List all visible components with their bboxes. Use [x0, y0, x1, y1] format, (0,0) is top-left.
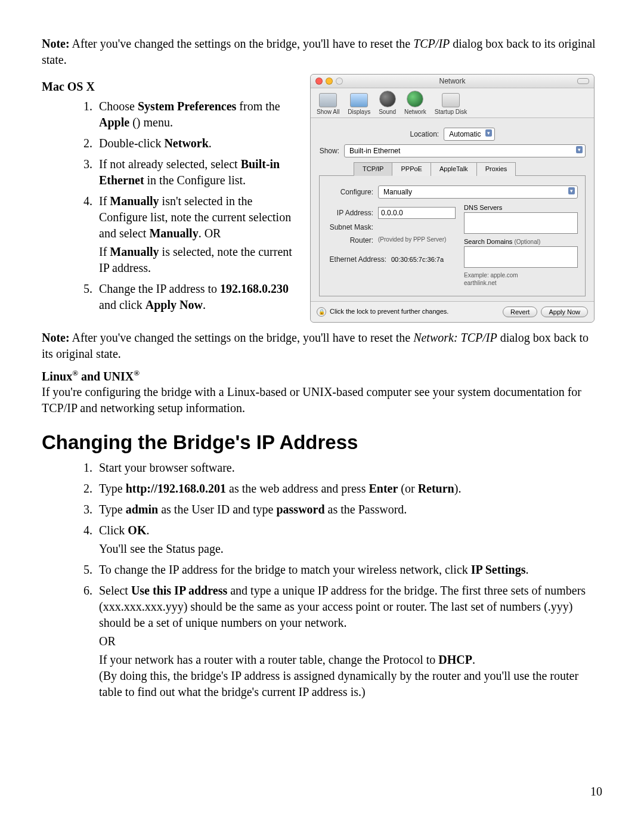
apply-now-button[interactable]: Apply Now — [541, 307, 588, 317]
ch-step-6: Select Use this IP address and type a un… — [95, 583, 602, 700]
t: If — [99, 245, 110, 258]
t: Choose — [99, 100, 138, 113]
t: . OR — [199, 227, 221, 240]
location-popup[interactable]: Automatic — [444, 128, 494, 141]
t: Select — [99, 584, 131, 597]
tab-tcpip[interactable]: TCP/IP — [354, 162, 392, 176]
mac-step-3: If not already selected, select Built-in… — [95, 156, 298, 188]
t: ). — [454, 482, 462, 495]
macosx-heading: Mac OS X — [42, 79, 298, 95]
sound-icon — [379, 91, 396, 107]
tab-proxies[interactable]: Proxies — [476, 162, 516, 176]
linux-heading: Linux® and UNIX® — [42, 368, 602, 385]
t: Startup Disk — [435, 109, 467, 115]
search-domains-label: Search Domains — [464, 238, 512, 245]
tb-sound[interactable]: Sound — [379, 91, 396, 116]
show-all-icon — [319, 93, 337, 107]
subnet-label: Subnet Mask: — [327, 222, 373, 232]
eth-label: Ethernet Address: — [327, 255, 386, 264]
ch-step-6-sub: If your network has a router with a rout… — [99, 652, 602, 700]
t: (or — [398, 482, 417, 495]
location-label: Location: — [410, 129, 439, 139]
ip-input[interactable] — [378, 207, 456, 219]
t: Network: TCP/IP — [413, 331, 497, 344]
toolbar-toggle-icon[interactable] — [577, 78, 589, 84]
t: Manually — [110, 194, 159, 208]
t: as the Password. — [325, 503, 407, 516]
t: If not already selected, select — [99, 157, 241, 171]
t: as the User ID and type — [158, 503, 276, 516]
t: ( — [129, 116, 137, 129]
show-label: Show: — [319, 146, 339, 156]
tb-displays[interactable]: Displays — [348, 93, 370, 116]
t: (By doing this, the bridge's IP address … — [99, 669, 578, 698]
t: After you've changed the settings on the… — [70, 331, 414, 344]
network-icon — [407, 91, 423, 107]
macosx-steps: Choose System Preferences from the Apple… — [42, 98, 298, 313]
note-1-prefix: Note: — [42, 37, 70, 50]
t: Sound — [379, 109, 396, 115]
t: Return — [418, 482, 454, 495]
changing-ip-heading: Changing the Bridge's IP Address — [42, 429, 602, 456]
revert-button[interactable]: Revert — [503, 307, 537, 317]
ch-step-5: To change the IP address for the bridge … — [95, 562, 602, 578]
t: IP Settings — [471, 563, 526, 576]
t: . — [203, 298, 206, 311]
t: DHCP — [438, 653, 472, 666]
mac-step-5: Change the IP address to 192.168.0.230 a… — [95, 281, 298, 313]
linux-body: If you're configuring the bridge with a … — [42, 384, 602, 416]
lock-icon[interactable]: 🔒 — [317, 307, 326, 317]
note-1: Note: After you've changed the settings … — [42, 36, 602, 68]
t: Use this IP address — [131, 584, 227, 597]
mac-step-4: If Manually isn't selected in the Config… — [95, 193, 298, 276]
router-hint: (Provided by PPP Server) — [378, 236, 446, 244]
t: If your network has a router with a rout… — [99, 653, 438, 666]
tb-show-all[interactable]: Show All — [317, 93, 339, 116]
window-title: Network — [311, 76, 594, 86]
t: Change the IP address to — [99, 282, 220, 295]
t: Type — [99, 503, 126, 516]
t: System Preferences — [138, 100, 236, 113]
t: . — [146, 524, 149, 537]
t: Manually — [149, 227, 198, 240]
t: Double-click — [99, 137, 164, 150]
changing-ip-steps: Start your browser software. Type http:/… — [42, 460, 602, 700]
t: and UNIX — [78, 369, 134, 382]
ch-step-4: Click OK. You'll see the Status page. — [95, 522, 602, 557]
configure-popup[interactable]: Manually — [378, 185, 578, 199]
t: and click — [99, 298, 145, 311]
router-label: Router: — [327, 236, 373, 245]
t: Manually — [110, 245, 159, 258]
t: To change the IP address for the bridge … — [99, 563, 471, 576]
ch-step-4-sub: You'll see the Status page. — [99, 541, 602, 557]
t: If — [99, 194, 110, 208]
t: Show All — [317, 109, 339, 115]
tb-network[interactable]: Network — [404, 91, 426, 116]
ch-step-3: Type admin as the User ID and type passw… — [95, 502, 602, 518]
note-1-body: After you've changed the settings on the… — [70, 37, 414, 50]
tb-startup[interactable]: Startup Disk — [435, 93, 467, 116]
show-popup[interactable]: Built-in Ethernet — [344, 144, 586, 157]
t: Enter — [369, 482, 398, 495]
lock-text: Click the lock to prevent further change… — [330, 307, 448, 316]
note-2-prefix: Note: — [42, 331, 70, 344]
t: admin — [126, 503, 158, 516]
t: . — [472, 653, 475, 666]
t: 192.168.0.230 — [220, 282, 289, 295]
ch-step-1: Start your browser software. — [95, 460, 602, 476]
example-label: Example: — [464, 272, 489, 279]
dns-label: DNS Servers — [464, 203, 578, 212]
tab-pppoe[interactable]: PPPoE — [392, 162, 431, 176]
t: Network — [404, 109, 426, 115]
prefs-toolbar: Show All Displays Sound Network Startup … — [311, 88, 594, 118]
ch-step-2: Type http://192.168.0.201 as the web add… — [95, 481, 602, 497]
tab-pane-tcpip: Configure: Manually IP Address: Subnet M… — [319, 175, 586, 296]
search-domains-field[interactable] — [464, 246, 578, 268]
startup-disk-icon — [442, 93, 460, 107]
window-titlebar[interactable]: Network — [311, 75, 594, 88]
configure-label: Configure: — [327, 187, 373, 197]
t: . — [209, 137, 212, 150]
ch-step-6-or: OR — [99, 633, 602, 649]
tab-appletalk[interactable]: AppleTalk — [431, 162, 477, 176]
dns-servers-field[interactable] — [464, 212, 578, 234]
